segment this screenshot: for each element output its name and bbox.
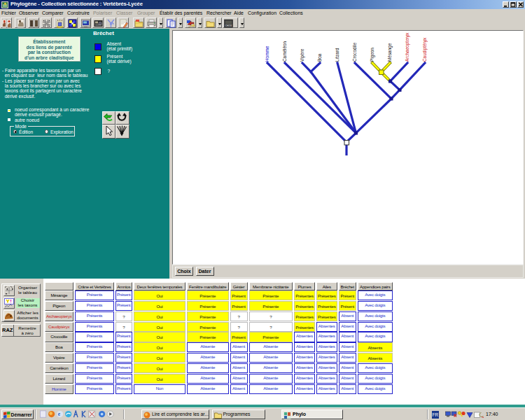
svg-text:Vipère: Vipère: [300, 48, 305, 62]
svg-text:Archaeopteryx: Archaeopteryx: [405, 31, 410, 61]
svg-text:Crocodile: Crocodile: [352, 42, 357, 61]
svg-text:Mésange: Mésange: [387, 43, 393, 62]
svg-text:Lézard: Lézard: [335, 48, 340, 62]
svg-text:Caudiptéryx: Caudiptéryx: [422, 37, 428, 62]
svg-text:Caméléon: Caméléon: [282, 41, 287, 62]
svg-text:Boa: Boa: [317, 53, 322, 62]
svg-text:CHOIX: CHOIX: [225, 24, 232, 27]
svg-text:Homme: Homme: [265, 46, 270, 62]
svg-text:Pigeon: Pigeon: [370, 47, 375, 61]
